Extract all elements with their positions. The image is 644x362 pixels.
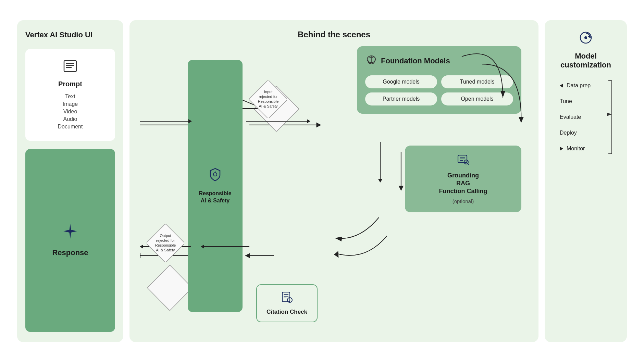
svg-marker-42	[588, 35, 590, 38]
prompt-item-image: Image	[63, 101, 78, 107]
prompt-item-video: Video	[63, 109, 77, 115]
step-tune-label: Tune	[560, 98, 572, 104]
input-rejected-text: Inputrejected forResponsibleAI & Safety	[258, 90, 279, 109]
step-deploy-label: Deploy	[560, 130, 577, 136]
main-container: Vertex AI Studio UI Prompt Text Image Vi…	[17, 20, 627, 342]
svg-rect-32	[282, 292, 290, 302]
prompt-item-document: Document	[58, 124, 83, 130]
prompt-item-text: Text	[65, 93, 75, 100]
rai-label: ResponsibleAI & Safety	[199, 190, 231, 204]
svg-rect-0	[64, 61, 76, 72]
rai-column: ResponsibleAI & Safety	[188, 60, 243, 312]
model-customization-icon	[579, 30, 593, 48]
center-panel: Behind the scenes	[129, 20, 538, 342]
svg-point-43	[584, 36, 587, 39]
foundation-brain-icon	[365, 54, 377, 68]
arrow-grounding-to-citation	[290, 125, 393, 228]
grounding-box: GroundingRAGFunction Calling (optional)	[405, 146, 521, 212]
step-evaluate-label: Evaluate	[560, 114, 581, 120]
right-panel-title: Model customization	[553, 52, 619, 70]
citation-box: Citation Check	[256, 284, 318, 322]
rai-icon	[208, 167, 223, 185]
arrow-prompt-to-rai	[140, 119, 192, 123]
prompt-list: Text Image Video Audio Document	[58, 93, 83, 130]
input-rejected-diamond: Inputrejected forResponsibleAI & Safety	[249, 80, 287, 118]
svg-point-20	[213, 173, 217, 176]
prompt-item-audio: Audio	[63, 116, 77, 122]
arrow-rai-to-foundation	[246, 119, 310, 123]
citation-label: Citation Check	[267, 309, 307, 315]
bracket-svg	[605, 78, 615, 157]
grounding-optional: (optional)	[453, 198, 474, 204]
response-card: Response	[25, 149, 115, 332]
prompt-card-title: Prompt	[58, 80, 82, 88]
prompt-icon	[63, 59, 78, 77]
right-panel: Model customization Data prep Tune Evalu…	[545, 20, 627, 342]
output-rejected-text: Outputrejected forResponsibleAI & Safety	[155, 234, 176, 252]
center-title: Behind the scenes	[140, 30, 528, 39]
arrow-citation-to-rai	[201, 245, 249, 249]
svg-marker-19	[519, 117, 523, 123]
model-chip-google: Google models	[365, 75, 437, 88]
svg-marker-44	[607, 112, 612, 116]
foundation-title: Foundation Models	[381, 57, 450, 65]
step-monitor-label: Monitor	[567, 146, 585, 152]
left-panel: Vertex AI Studio UI Prompt Text Image Vi…	[17, 20, 123, 342]
svg-marker-15	[245, 253, 250, 258]
step-data-prep-label: Data prep	[567, 83, 591, 89]
citation-icon	[281, 291, 293, 306]
output-rejected-diamond: Outputrejected forResponsibleAI & Safety	[147, 224, 184, 262]
left-panel-title: Vertex AI Studio UI	[25, 30, 115, 39]
grounding-title: GroundingRAGFunction Calling	[439, 172, 487, 196]
response-title: Response	[52, 248, 88, 257]
svg-marker-17	[140, 253, 140, 258]
model-chip-partner: Partner models	[365, 92, 437, 105]
diagram-wrapper: ResponsibleAI & Safety Inputrejected for…	[140, 46, 528, 333]
prompt-card: Prompt Text Image Video Audio Document	[25, 49, 115, 141]
svg-marker-13	[334, 251, 338, 258]
response-star-icon	[61, 222, 79, 244]
grounding-icon	[457, 153, 470, 169]
svg-line-31	[468, 163, 469, 165]
steps-container: Data prep Tune Evaluate Deploy Monitor	[553, 78, 619, 157]
arrow-customization-curve	[462, 43, 517, 111]
svg-marker-12	[399, 186, 404, 191]
svg-rect-18	[147, 265, 192, 310]
